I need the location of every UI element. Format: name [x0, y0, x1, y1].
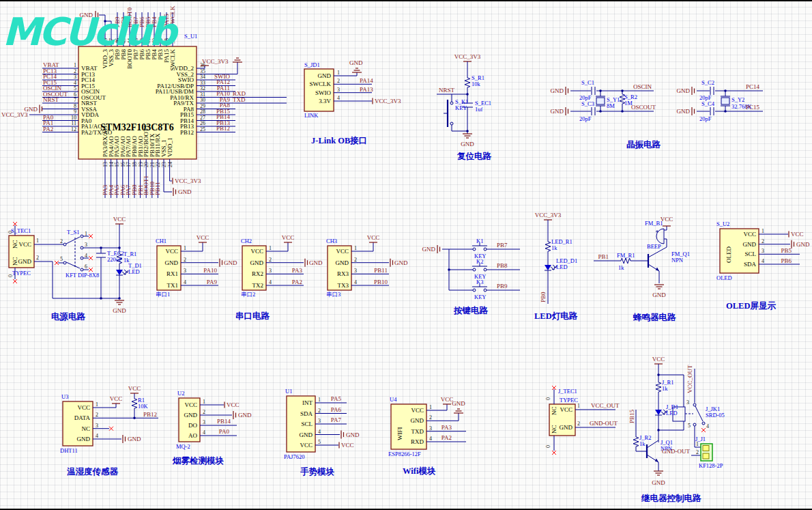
section-title: LED灯电路: [534, 311, 578, 321]
pin-number: 0: [8, 274, 14, 277]
pin-number: 3: [269, 268, 272, 274]
gnd-label: GND: [461, 141, 474, 147]
pin-number: 4: [269, 279, 272, 285]
value: NPN: [671, 257, 683, 264]
pin-number: 3: [85, 242, 87, 248]
value: KEY: [474, 294, 486, 300]
resistor: [545, 240, 551, 253]
pin-number: 25: [200, 126, 205, 132]
pin-name: SWCLK: [310, 81, 332, 87]
gnd-symbol: [115, 300, 124, 304]
pin-number: 43: [133, 38, 139, 44]
pin-name: TXD: [411, 428, 424, 435]
gnd-symbol: [692, 107, 695, 115]
part-name: 串口1: [156, 291, 170, 298]
pin-number: 3: [354, 268, 357, 274]
vcc-label: VCC: [367, 234, 380, 241]
led-symbol: [116, 270, 128, 275]
pin-number: 38: [164, 38, 170, 44]
designator: K3: [476, 279, 483, 285]
gnd-label: GND: [677, 108, 691, 115]
section-title: 蜂鸣器电路: [633, 313, 676, 322]
pin-number: 42: [139, 38, 145, 44]
part-name: 串口3: [326, 291, 340, 298]
pin-name: RX3: [337, 270, 349, 277]
pin-number: 2: [429, 414, 432, 421]
pin-name: AO: [188, 432, 197, 439]
pin-number: 2: [354, 257, 357, 263]
pin-name: NC: [12, 257, 18, 266]
vcc-label: VCC_3V3: [535, 212, 562, 218]
net-label: PB7: [497, 242, 508, 249]
net-label: PC14: [746, 83, 760, 90]
gnd-label: GND: [178, 188, 192, 195]
part-name: KF128-2P: [699, 462, 723, 469]
gesture-module: U1 PAJ7620 INT SDA SCL GND VCC 1 2 3 4 5…: [284, 388, 360, 477]
pin-number: 4: [429, 436, 432, 442]
gnd-symbol: [233, 58, 242, 62]
pin-number: 3: [96, 423, 98, 429]
pin-name: RX1: [166, 270, 178, 277]
wifi-module: U4 ESP8266-12F WIFI VCC GND TXD RXD 1 2 …: [388, 396, 466, 476]
resistor: [465, 76, 470, 89]
no-erc-mark: [701, 428, 706, 432]
led-module: VCC_3V3 LED_R1 1k LED_D1 LED PB0 LED灯电路: [534, 212, 578, 321]
designator: K2: [476, 258, 483, 265]
body-label: OLED: [725, 246, 732, 263]
pin-number: 12: [71, 126, 76, 132]
net-label: NRST: [439, 87, 455, 94]
gnd-label: GND: [422, 246, 436, 253]
value: 1k: [618, 264, 624, 271]
power-module: S_TEC1 TYPEC NC NC VCC GND 1 2 0 0 T_S1 …: [8, 216, 142, 322]
pin-number: 2: [318, 408, 321, 414]
pin-name: INT: [302, 399, 313, 406]
designator: U1: [285, 388, 292, 395]
gnd-label: GND: [238, 412, 252, 419]
net-label: PA2: [292, 279, 302, 285]
net-label: VCC_OUT: [686, 365, 693, 393]
section-title: 晶振电路: [626, 140, 661, 150]
vcc-label: VCC: [197, 234, 209, 241]
crystal-module-2: GND GND S_C2 20pF S_C4 20pF S_Y2 32.768K…: [677, 79, 764, 122]
value: KEY: [455, 104, 467, 111]
pin-number: 2: [577, 421, 580, 427]
pin-name: NC: [81, 425, 90, 432]
pin-number: 2: [762, 238, 764, 244]
net-label: PB11: [154, 182, 161, 195]
designator: S_C1: [581, 79, 594, 86]
pin-number: 2: [269, 257, 272, 263]
pin-number: 4: [85, 253, 87, 259]
net-label: PC15: [746, 104, 760, 111]
designator: U3: [61, 393, 68, 400]
pin-name: VCC: [77, 404, 90, 411]
value: KFT DIP-8X8: [66, 272, 99, 279]
pin-name: VDD_1: [166, 138, 173, 158]
pin-name: SCL: [301, 421, 313, 427]
net-label: PB12: [143, 411, 157, 418]
resistor: [633, 436, 639, 448]
value: LED: [128, 268, 140, 275]
led-symbol: [545, 265, 557, 270]
net-label: PA3: [441, 424, 452, 431]
pin-name: SCL: [744, 251, 756, 257]
value: 20pF: [579, 115, 592, 122]
terminal-pad: [703, 453, 709, 459]
gnd-symbol: [566, 87, 568, 95]
crystal: [596, 96, 605, 106]
pin-number: 4: [203, 429, 205, 436]
pin-number: 1: [269, 245, 272, 251]
section-title: Wifi模块: [403, 466, 436, 476]
pin-name: VCC: [250, 248, 263, 255]
pin-number: 41: [145, 38, 151, 44]
part-name: OLED: [716, 274, 732, 281]
pin-name: GND: [300, 431, 313, 438]
pin-number: 4: [706, 423, 709, 429]
no-erc-mark: [109, 427, 113, 431]
net-label: PB1: [598, 253, 609, 260]
pin-number: 37: [170, 38, 176, 44]
gnd-label: GND: [551, 108, 564, 115]
gnd-symbol: [220, 259, 222, 267]
pin-number: 1: [762, 228, 764, 234]
designator: J_TEC1: [558, 388, 577, 395]
part-name: ESP8266-12F: [388, 451, 421, 457]
